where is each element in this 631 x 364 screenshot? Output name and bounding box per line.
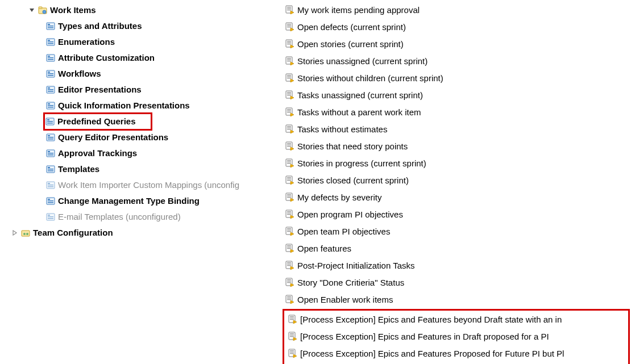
query-icon (288, 332, 298, 341)
query-icon (285, 22, 295, 31)
query-item[interactable]: Stories that need story points (281, 137, 631, 154)
query-icon (285, 124, 295, 133)
config-icon (45, 117, 55, 126)
query-item[interactable]: My defects by severity (281, 189, 631, 206)
config-icon (45, 69, 56, 78)
tree-node-label: Templates (58, 161, 99, 177)
query-icon (285, 73, 295, 82)
tree-node-label: Change Management Type Binding (58, 193, 200, 209)
tree-node-team-configuration[interactable]: Team Configuration (0, 225, 281, 241)
tree-node-label: Editor Presentations (58, 82, 142, 98)
tree-node-predefined-queries[interactable]: Predefined Queries (0, 114, 281, 129)
query-icon (285, 39, 295, 48)
query-label: Post-Project Initialization Tasks (297, 261, 414, 270)
query-item[interactable]: My work items pending approval (281, 1, 631, 18)
tree-node-label: Attribute Customization (58, 50, 155, 66)
config-icon (45, 149, 56, 158)
query-label: Tasks without estimates (297, 124, 387, 134)
tree-node-importer-mappings[interactable]: Work Item Importer Custom Mappings (unco… (0, 177, 281, 193)
query-label: Open defects (current sprint) (297, 22, 406, 32)
tree-node-approval-trackings[interactable]: Approval Trackings (0, 145, 281, 161)
query-icon (285, 141, 295, 150)
team-folder-icon (20, 228, 31, 237)
query-item[interactable]: Post-Project Initialization Tasks (281, 257, 631, 274)
query-item[interactable]: [Process Exception] Epics and Features P… (284, 345, 628, 362)
query-label: [Process Exception] Epics and Features P… (300, 349, 564, 358)
config-icon (45, 212, 56, 221)
query-item[interactable]: Stories in progress (current sprint) (281, 154, 631, 171)
config-icon (45, 22, 56, 31)
query-item[interactable]: Open stories (current sprint) (281, 35, 631, 52)
tree-node-email-templates[interactable]: E-mail Templates (unconfigured) (0, 209, 281, 225)
tree-node-cm-type-binding[interactable]: Change Management Type Binding (0, 193, 281, 209)
query-item[interactable]: Stories closed (current sprint) (281, 171, 631, 189)
query-label: [Process Exception] Epics and Features i… (300, 332, 549, 341)
config-icon (45, 85, 56, 94)
query-icon (288, 315, 298, 324)
query-label: Stories closed (current sprint) (297, 175, 409, 185)
query-item[interactable]: Open program PI objectives (281, 206, 631, 223)
query-item[interactable]: [Process Exception] Epics and Features i… (284, 328, 628, 345)
expand-icon[interactable] (27, 6, 36, 15)
query-label: [Process Exception] Epics and Features b… (300, 315, 562, 324)
query-icon (285, 210, 295, 219)
tree-node-types-attributes[interactable]: Types and Attributes (0, 18, 281, 34)
query-icon (285, 5, 295, 14)
query-icon (285, 158, 295, 168)
query-label: Stories unassigned (current sprint) (297, 56, 427, 66)
query-label: Stories that need story points (297, 141, 408, 151)
query-item[interactable]: Stories without children (current sprint… (281, 69, 631, 86)
tree-node-label: E-mail Templates (unconfigured) (58, 209, 181, 225)
tree-node-attribute-customization[interactable]: Attribute Customization (0, 50, 281, 66)
query-label: Stories without children (current sprint… (297, 73, 443, 83)
query-label: Story "Done Critieria" Status (297, 278, 404, 287)
folder-icon (38, 6, 48, 15)
config-icon (45, 37, 56, 47)
collapse-icon[interactable] (10, 228, 19, 237)
query-icon (285, 193, 295, 202)
query-label: Stories in progress (current sprint) (297, 158, 426, 168)
config-icon (45, 181, 56, 190)
tree-pane: Work Items Types and Attributes Enumerat… (0, 0, 281, 364)
config-icon (45, 196, 56, 206)
query-label: Tasks without a parent work item (297, 107, 421, 117)
query-item[interactable]: Open team PI objectives (281, 223, 631, 240)
query-item[interactable]: Tasks without a parent work item (281, 103, 631, 120)
tree-node-quick-info-presentations[interactable]: Quick Information Presentations (0, 98, 281, 114)
query-item[interactable]: Open features (281, 240, 631, 257)
query-icon (285, 56, 295, 65)
query-item[interactable]: Stories unassigned (current sprint) (281, 52, 631, 69)
query-icon (285, 227, 295, 236)
tree-node-label: Quick Information Presentations (58, 98, 190, 114)
query-list-pane: My work items pending approvalOpen defec… (281, 0, 631, 364)
tree-node-label: Team Configuration (33, 225, 113, 241)
query-item[interactable]: [Process Exception] Epics and Features b… (284, 311, 628, 328)
tree-node-editor-presentations[interactable]: Editor Presentations (0, 82, 281, 98)
query-icon (285, 90, 295, 99)
tree-node-templates[interactable]: Templates (0, 161, 281, 177)
tree-node-query-editor-presentations[interactable]: Query Editor Presentations (0, 129, 281, 145)
tree-node-label: Predefined Queries (57, 114, 136, 129)
query-item[interactable]: Tasks unassigned (current sprint) (281, 86, 631, 103)
config-icon (45, 133, 56, 142)
query-label: Open program PI objectives (297, 210, 403, 219)
config-icon (45, 101, 56, 110)
query-item[interactable]: Open defects (current sprint) (281, 18, 631, 35)
query-label: Open team PI objectives (297, 227, 390, 236)
tree-node-enumerations[interactable]: Enumerations (0, 34, 281, 50)
query-item[interactable]: Story "Done Critieria" Status (281, 274, 631, 291)
query-item[interactable]: Open Enabler work items (281, 291, 631, 308)
query-icon (285, 175, 295, 185)
tree-node-work-items[interactable]: Work Items (0, 2, 281, 18)
tree-node-label: Approval Trackings (58, 145, 137, 161)
query-item[interactable]: Tasks without estimates (281, 120, 631, 137)
tree-node-workflows[interactable]: Workflows (0, 66, 281, 82)
query-icon (285, 107, 295, 116)
query-icon (285, 261, 295, 270)
tree-node-label: Enumerations (58, 34, 115, 50)
query-item[interactable]: [Process Exception] Features Requiring P… (284, 362, 628, 364)
tree-node-label: Work Item Importer Custom Mappings (unco… (58, 177, 239, 193)
tree-node-label: Types and Attributes (58, 18, 142, 34)
query-icon (285, 278, 295, 287)
query-label: Open Enabler work items (297, 295, 393, 304)
